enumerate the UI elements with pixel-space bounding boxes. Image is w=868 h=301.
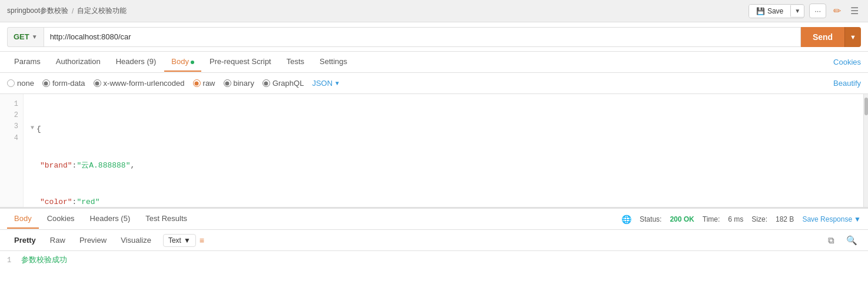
send-arrow-button[interactable]: ▼ [844, 27, 861, 47]
resp-tab-raw[interactable]: Raw [43, 233, 72, 247]
search-icon: 🔍 [846, 235, 857, 245]
text-format-dropdown[interactable]: Text ▼ [163, 234, 196, 247]
size-value: 182 B [776, 215, 794, 223]
top-bar: springboot参数校验 / 自定义校验功能 💾 Save ▼ ··· ✏ … [0, 0, 868, 22]
radio-binary [224, 79, 231, 87]
tab-tests[interactable]: Tests [280, 52, 311, 72]
code-val-color: "red" [77, 196, 99, 207]
search-button[interactable]: 🔍 [843, 234, 861, 247]
raw-label: raw [203, 79, 215, 88]
option-urlencoded[interactable]: x-www-form-urlencoded [94, 79, 185, 88]
save-response-button[interactable]: Save Response ▼ [802, 215, 861, 223]
line-num-2: 2 [0, 110, 23, 121]
breadcrumb-part1: springboot参数校验 [7, 6, 68, 16]
tabs-right: Cookies [833, 58, 861, 66]
cookies-link[interactable]: Cookies [833, 58, 861, 66]
url-input[interactable] [44, 27, 801, 47]
status-label: Status: [640, 215, 661, 223]
radio-urlencoded [94, 79, 101, 87]
code-editor: 1 2 3 4 ▼ { "brand":"云A.888888", "color"… [0, 94, 868, 207]
vertical-scrollbar[interactable] [863, 94, 868, 207]
size-label: Size: [751, 215, 767, 223]
bottom-tabs-bar: Body Cookies Headers (5) Test Results 🌐 … [0, 209, 868, 230]
json-dropdown[interactable]: JSON ▼ [312, 79, 340, 88]
save-icon: 💾 [756, 7, 765, 15]
json-label: JSON [312, 79, 332, 88]
tab-settings[interactable]: Settings [312, 52, 354, 72]
option-binary[interactable]: binary [224, 79, 254, 88]
send-btn-group: Send ▼ [801, 27, 861, 47]
scrollbar-thumb [864, 98, 868, 115]
method-arrow-icon: ▼ [32, 34, 38, 40]
bottom-tab-headers[interactable]: Headers (5) [83, 209, 138, 229]
save-label: Save [767, 7, 783, 15]
more-button[interactable]: ··· [809, 4, 826, 18]
json-arrow-icon: ▼ [334, 80, 340, 86]
resp-tab-pretty[interactable]: Pretty [7, 233, 43, 247]
code-val-brand: "云A.888888" [77, 160, 130, 172]
graphql-label: GraphQL [272, 79, 304, 88]
option-graphql[interactable]: GraphQL [262, 79, 304, 88]
filter-button[interactable]: ≡ [196, 235, 208, 246]
bottom-tab-test-results[interactable]: Test Results [138, 209, 194, 229]
save-arrow-button[interactable]: ▼ [790, 5, 804, 16]
globe-icon: 🌐 [621, 215, 631, 224]
tab-body[interactable]: Body [164, 52, 201, 72]
request-tabs-bar: Params Authorization Headers (9) Body Pr… [0, 52, 868, 73]
send-button[interactable]: Send [801, 27, 844, 47]
line-num-3: 3 [0, 121, 23, 132]
response-content: 1 参数校验成功 [0, 251, 868, 301]
status-info: 🌐 Status: 200 OK Time: 6 ms Size: 182 B … [621, 215, 861, 224]
code-line-3: "color":"red" [31, 196, 856, 207]
body-dot [191, 61, 194, 64]
copy-button[interactable]: ⧉ [824, 234, 838, 247]
resp-tab-visualize[interactable]: Visualize [114, 233, 158, 247]
text-format-label: Text [168, 236, 181, 245]
resp-line-num-1: 1 [7, 255, 21, 266]
view-button[interactable]: ☰ [848, 4, 861, 18]
breadcrumb-separator: / [72, 7, 74, 15]
save-button[interactable]: 💾 Save [749, 5, 790, 18]
url-bar: GET ▼ Send ▼ [0, 22, 868, 52]
line-num-4: 4 [0, 133, 23, 144]
option-raw[interactable]: raw [193, 79, 215, 88]
resp-tab-preview[interactable]: Preview [72, 233, 114, 247]
code-line-1: ▼ { [31, 123, 856, 136]
code-key-color: "color" [40, 196, 72, 207]
code-key-brand: "brand" [40, 160, 72, 172]
line-numbers: 1 2 3 4 [0, 94, 24, 207]
top-bar-actions: 💾 Save ▼ ··· ✏ ☰ [749, 4, 861, 18]
edit-button[interactable]: ✏ [831, 4, 843, 18]
radio-raw [193, 79, 201, 87]
option-form-data[interactable]: form-data [42, 79, 85, 88]
save-response-arrow-icon: ▼ [854, 215, 861, 223]
method-selector[interactable]: GET ▼ [7, 27, 44, 47]
resp-right: ⧉ 🔍 [824, 234, 861, 247]
save-response-label: Save Response [802, 215, 852, 223]
filter-icon: ≡ [199, 236, 204, 245]
tab-body-label: Body [171, 57, 189, 66]
resp-line-1: 1 参数校验成功 [7, 255, 861, 267]
method-label: GET [14, 32, 29, 41]
code-content[interactable]: ▼ { "brand":"云A.888888", "color":"red" } [24, 94, 863, 207]
body-options-bar: none form-data x-www-form-urlencoded raw… [0, 73, 868, 94]
body-right: Beautify [833, 79, 861, 88]
option-none[interactable]: none [7, 79, 34, 88]
form-data-label: form-data [52, 79, 85, 88]
breadcrumb-part2: 自定义校验功能 [77, 6, 127, 16]
time-label: Time: [703, 215, 720, 223]
copy-icon: ⧉ [828, 235, 834, 245]
radio-graphql [262, 79, 270, 87]
radio-none [7, 79, 15, 87]
tab-authorization[interactable]: Authorization [49, 52, 108, 72]
radio-form-data [42, 79, 50, 87]
tab-prerequest[interactable]: Pre-request Script [202, 52, 278, 72]
tab-params[interactable]: Params [7, 52, 48, 72]
breadcrumb: springboot参数校验 / 自定义校验功能 [7, 6, 127, 16]
bottom-tab-body[interactable]: Body [7, 209, 39, 229]
beautify-link[interactable]: Beautify [833, 79, 861, 88]
tab-headers[interactable]: Headers (9) [109, 52, 164, 72]
bottom-tab-cookies[interactable]: Cookies [40, 209, 82, 229]
urlencoded-label: x-www-form-urlencoded [104, 79, 185, 88]
fold-btn-1[interactable]: ▼ [31, 123, 34, 133]
